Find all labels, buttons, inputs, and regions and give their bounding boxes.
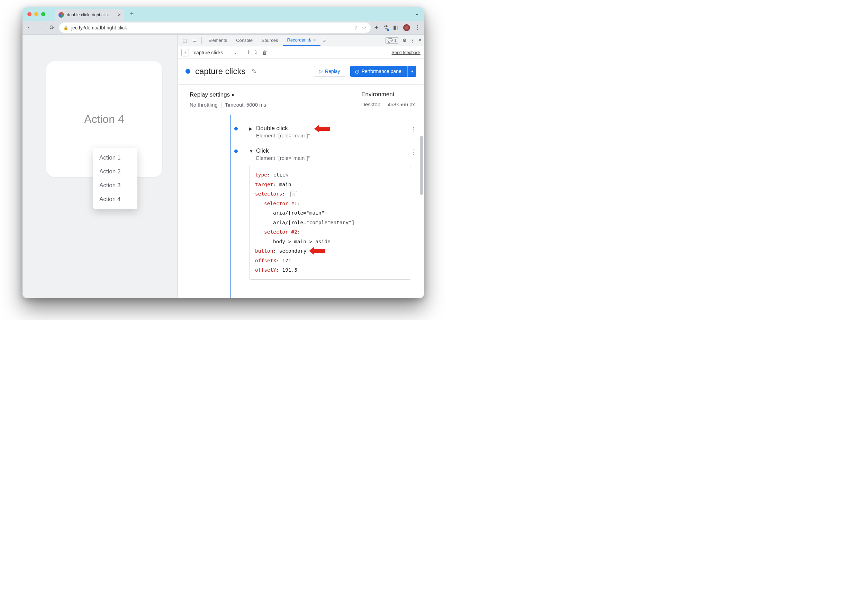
devtools-menu-icon[interactable]: ⋮	[410, 38, 415, 43]
recording-select-label: capture clicks	[194, 50, 223, 55]
recorder-step[interactable]: ▶ Double click Element "[role="main"]" ⋮	[239, 121, 418, 144]
gauge-icon: ◷	[355, 69, 359, 74]
title-bar: double click, right click × + ⌄	[22, 7, 424, 21]
step-title: Click	[256, 148, 310, 154]
separator	[242, 49, 242, 56]
detail-key: selectors	[255, 191, 283, 196]
issues-badge[interactable]: 💬 1	[385, 38, 399, 44]
new-tab-button[interactable]: +	[127, 9, 137, 19]
minimize-window-button[interactable]	[34, 12, 38, 16]
selector-picker-icon[interactable]: ⬚	[290, 191, 297, 197]
expand-icon[interactable]: ▶	[249, 126, 253, 131]
tab-title: double click, right click	[67, 13, 110, 17]
detail-key: selector #1	[264, 201, 297, 206]
content-area: Action 4 Action 1 Action 2 Action 3 Acti…	[22, 35, 424, 298]
context-menu-item[interactable]: Action 1	[93, 151, 137, 165]
delete-icon[interactable]: 🗑	[262, 49, 267, 55]
step-menu-icon[interactable]: ⋮	[410, 148, 416, 156]
step-details: type: click target: main selectors: ⬚ se…	[249, 166, 411, 280]
forward-button[interactable]: →	[37, 24, 45, 31]
side-panel-icon[interactable]: ◧	[393, 24, 398, 31]
performance-panel-button[interactable]: ◷ Performance panel	[350, 66, 407, 77]
tab-close-button[interactable]: ×	[118, 12, 121, 18]
context-menu-item[interactable]: Action 3	[93, 179, 137, 192]
chevron-down-icon: ⌄	[234, 50, 237, 55]
replay-button[interactable]: ▷ Replay	[314, 66, 346, 77]
throttling-value: No throttling	[190, 102, 218, 108]
tab-console[interactable]: Console	[231, 35, 257, 46]
tab-recorder[interactable]: Recorder ⚗ ×	[283, 35, 321, 46]
recorder-toolbar: + capture clicks ⌄ ⤴ ⤵ 🗑 Send feedback	[178, 46, 424, 59]
tabs-overflow-icon[interactable]: »	[321, 38, 328, 43]
browser-menu-button[interactable]: ⋮	[415, 24, 421, 31]
edit-title-icon[interactable]: ✎	[251, 68, 256, 75]
performance-panel-caret[interactable]: ▾	[407, 66, 416, 77]
recorder-header: capture clicks ✎ ▷ Replay ◷ Performance …	[178, 59, 424, 85]
card-label: Action 4	[84, 113, 124, 126]
play-icon: ▷	[319, 69, 323, 74]
profile-avatar[interactable]	[403, 24, 410, 31]
experiments-icon[interactable]: ⚗	[383, 24, 388, 31]
detail-value: main	[279, 182, 291, 187]
recording-title: capture clicks	[195, 66, 245, 76]
send-feedback-link[interactable]: Send feedback	[392, 50, 421, 55]
flask-icon: ⚗	[307, 38, 311, 42]
devtools-close-icon[interactable]: ✕	[418, 38, 422, 43]
chevron-right-icon: ▸	[232, 91, 235, 98]
recording-select[interactable]: capture clicks ⌄	[194, 50, 237, 55]
replay-settings-toggle[interactable]: Replay settings ▸	[190, 91, 266, 98]
url-text: jec.fyi/demo/dbl-right-click	[71, 25, 127, 30]
environment-dimensions: 458×566 px	[388, 101, 415, 108]
devtools-panel: ⬚ ▭ Elements Console Sources Recorder ⚗ …	[178, 35, 424, 298]
address-bar[interactable]: 🔒 jec.fyi/demo/dbl-right-click ⇪ ☆	[59, 22, 371, 33]
devtools-tabbar: ⬚ ▭ Elements Console Sources Recorder ⚗ …	[178, 35, 424, 46]
browser-tab[interactable]: double click, right click ×	[55, 9, 124, 21]
separator	[201, 38, 202, 44]
separator	[384, 101, 384, 108]
browser-window: double click, right click × + ⌄ ← → ⟳ 🔒 …	[22, 7, 424, 298]
toolbar: ← → ⟳ 🔒 jec.fyi/demo/dbl-right-click ⇪ ☆…	[22, 21, 424, 35]
performance-panel-label: Performance panel	[361, 69, 402, 74]
annotation-arrow-icon	[314, 124, 330, 134]
new-recording-button[interactable]: +	[181, 49, 189, 57]
close-window-button[interactable]	[27, 12, 31, 16]
bookmark-icon[interactable]: ☆	[362, 25, 366, 30]
page-viewport: Action 4 Action 1 Action 2 Action 3 Acti…	[22, 35, 178, 298]
detail-key: offsetX	[255, 258, 276, 263]
collapse-icon[interactable]: ▼	[249, 149, 253, 154]
tab-sources[interactable]: Sources	[257, 35, 283, 46]
replay-settings-label: Replay settings	[190, 91, 230, 98]
import-icon[interactable]: ⤵	[255, 49, 258, 55]
detail-value: click	[273, 172, 288, 178]
detail-key: type	[255, 172, 267, 178]
context-menu: Action 1 Action 2 Action 3 Action 4	[93, 148, 137, 209]
export-icon[interactable]: ⤴	[247, 49, 250, 55]
tab-close-icon[interactable]: ×	[313, 38, 316, 42]
maximize-window-button[interactable]	[41, 12, 46, 16]
timeline-line	[231, 115, 231, 298]
detail-value: secondary	[279, 248, 306, 254]
recorder-step[interactable]: ▼ Click Element "[role="main"]" ⋮ type: …	[239, 144, 418, 285]
step-menu-icon[interactable]: ⋮	[410, 126, 416, 133]
issues-count: 1	[394, 38, 397, 43]
context-menu-item[interactable]: Action 4	[93, 192, 137, 206]
tab-elements[interactable]: Elements	[204, 35, 231, 46]
scrollbar-thumb[interactable]	[420, 136, 423, 195]
share-icon[interactable]: ⇪	[354, 25, 358, 30]
reload-button[interactable]: ⟳	[48, 24, 56, 31]
extensions-icon[interactable]: ✦	[374, 24, 379, 31]
back-button[interactable]: ←	[26, 24, 34, 31]
devtools-settings-icon[interactable]: ⚙	[402, 38, 407, 43]
recording-status-dot	[185, 69, 190, 74]
detail-value: aria/[role="main"]	[273, 210, 327, 215]
timeout-value: Timeout: 5000 ms	[225, 102, 267, 108]
tabs-overflow-button[interactable]: ⌄	[415, 11, 419, 16]
device-toolbar-icon[interactable]: ▭	[190, 38, 200, 43]
tab-recorder-label: Recorder	[287, 38, 306, 42]
environment-label: Environment	[361, 91, 394, 98]
context-menu-item[interactable]: Action 2	[93, 165, 137, 179]
detail-key: target	[255, 182, 273, 187]
detail-key: selector #2	[264, 229, 297, 235]
inspect-icon[interactable]: ⬚	[180, 38, 190, 43]
detail-value: body > main > aside	[273, 239, 330, 244]
